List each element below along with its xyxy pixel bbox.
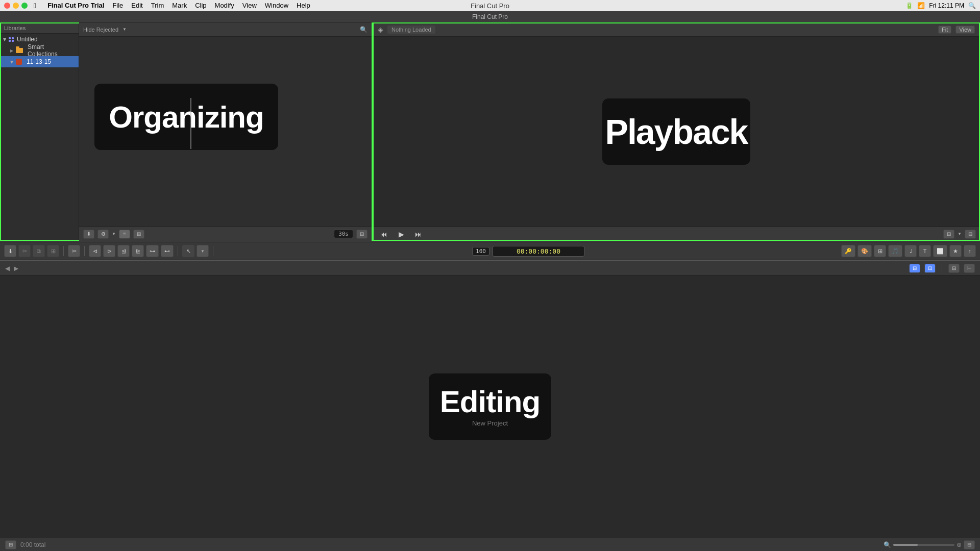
fullscreen-button[interactable] [21,3,28,9]
timeline-sep [942,263,942,273]
view-button[interactable]: View [955,26,975,34]
menu-file[interactable]: File [108,0,127,11]
zoom-out-icon[interactable]: 🔍 [884,541,891,548]
filter-dropdown-icon[interactable]: ▼ [122,27,127,32]
menu-view[interactable]: View [238,0,261,11]
library-header: Libraries [0,22,79,34]
menu-edit[interactable]: Edit [127,0,146,11]
timeline-header: ◀ ▶ ⊟ ⊡ ⊟ ⊢ [0,261,980,276]
zoom-slider[interactable] [893,544,954,546]
filmstrip-view-button[interactable]: ⊞ [133,230,144,239]
tool-dropdown[interactable]: ▼ [197,245,209,257]
total-label: 0:00 total [20,541,45,548]
browser-content: Hide Rejected ▼ 🔍 Organizing ⬇ ⚙ ▼ ≡ [79,22,372,241]
viewer-panel: ◈ Nothing Loaded Fit View Playback ⏮ ▶ ⏭… [373,22,980,241]
timeline-forward-button[interactable]: ▶ [14,265,18,272]
viewer-bottom-bar: ⏮ ▶ ⏭ ⊟ ▼ ⊟ [373,227,980,241]
paste-button[interactable]: ⊞ [47,245,59,257]
menu-app-name[interactable]: Final Cut Pro Trial [43,0,108,11]
settings-icon[interactable]: ⚙ [97,230,109,239]
title-bar: Final Cut Pro [0,11,980,22]
viewer-header: ◈ Nothing Loaded Fit View [373,22,980,37]
generator-button[interactable]: ⬜ [933,245,947,257]
align-extra-button[interactable]: ⊶ [146,245,159,257]
viewer-dropdown-icon[interactable]: ▼ [958,232,962,236]
timeline-expand-button[interactable]: ⊢ [964,264,975,273]
titlebar-label: Final Cut Pro [472,13,508,20]
expand-viewer-button[interactable]: ⊟ [965,230,976,239]
select-tool-button[interactable]: ↖ [182,245,194,257]
align-extra2-button[interactable]: ⊷ [161,245,174,257]
cut-button[interactable]: ✂ [18,245,31,257]
browser-bottom-bar: ⬇ ⚙ ▼ ≡ ⊞ 30s ⊟ [79,227,372,241]
editing-label: Editing [440,387,540,417]
timeline-clip-button[interactable]: ⊟ [5,540,16,549]
spotlight-icon[interactable]: 🔍 [968,2,976,9]
import-button[interactable]: ⬇ [83,230,94,239]
organizing-label: Organizing [109,99,263,135]
playback-label: Playback [605,112,748,152]
zoom-fit-button[interactable]: ⊟ [964,540,975,549]
hide-rejected-label[interactable]: Hide Rejected [83,27,118,33]
menu-help[interactable]: Help [292,0,314,11]
play-button[interactable]: ▶ [394,229,408,239]
blade-tool[interactable]: ✂ [68,245,80,257]
browser-toolbar: Hide Rejected ▼ 🔍 [79,22,372,37]
search-icon[interactable]: 🔍 [360,26,368,33]
battery-icon: 🔋 [905,2,913,9]
music-button[interactable]: ♩ [904,245,917,257]
sidebar-item-smart-collections[interactable]: ▶ Smart Collections [0,45,79,56]
menu-trim[interactable]: Trim [147,0,168,11]
toolbar-strip: ⬇ ✂ ⧉ ⊞ ✂ ⊲ ⊳ ⊴ ⊵ ⊶ ⊷ ↖ ▼ 100 00:00:00:0… [0,242,980,260]
import-button[interactable]: ⬇ [4,245,16,257]
menu-window[interactable]: Window [261,0,292,11]
zoom-controls: 🔍 ⊕ ⊟ [884,540,975,549]
copy-button[interactable]: ⧉ [33,245,45,257]
apple-logo-icon[interactable]:  [34,2,36,10]
timeline-bottom-bar: ⊟ 0:00 total 🔍 ⊕ ⊟ [0,538,980,551]
menu-mark[interactable]: Mark [168,0,191,11]
editing-subtitle: New Project [472,419,508,427]
menu-modify[interactable]: Modify [211,0,238,11]
viewer-settings-button[interactable]: ⊟ [943,230,954,239]
keyword-button[interactable]: 🔑 [841,245,855,257]
minimize-button[interactable] [13,3,19,9]
align-left-button[interactable]: ⊲ [89,245,101,257]
wifi-icon: 📶 [917,2,925,9]
share-button[interactable]: ↑ [964,245,976,257]
text-button[interactable]: T [919,245,931,257]
library-sidebar: Libraries ▶ Untitled ▶ [0,22,79,241]
snap-button-2[interactable]: ⊡ [924,264,936,273]
timecode-display[interactable]: 00:00:00:00 [493,246,584,257]
fit-button[interactable]: Fit [938,26,951,34]
frame-counter[interactable]: 100 [472,247,489,256]
list-view-button[interactable]: ≡ [119,230,130,239]
close-button[interactable] [4,3,10,9]
skip-to-end-button[interactable]: ⏭ [411,229,426,239]
sidebar-item-label-event: 11-13-15 [27,58,51,65]
clip-appearance-button[interactable]: ⊟ [356,230,368,239]
browser-panel: Libraries ▶ Untitled ▶ [0,22,373,241]
timeline-settings-button[interactable]: ⊟ [948,264,960,273]
sidebar-item-label-smart-collections: Smart Collections [28,43,76,58]
toolbar-sep-1 [63,246,64,256]
library-grid-icon [9,37,14,42]
settings-dropdown-icon[interactable]: ▼ [112,232,116,236]
transform-button[interactable]: ⊞ [874,245,886,257]
align-more-button[interactable]: ⊵ [132,245,144,257]
color-button[interactable]: 🎨 [857,245,872,257]
audio-button[interactable]: 🎵 [888,245,902,257]
folder-icon [16,48,23,53]
editing-card: Editing New Project [429,373,551,440]
menu-clip[interactable]: Clip [191,0,210,11]
sidebar-item-event[interactable]: ▶ 11-13-15 [0,56,79,67]
skip-to-start-button[interactable]: ⏮ [377,229,391,239]
window-controls[interactable] [4,3,28,9]
snap-button[interactable]: ⊟ [909,264,920,273]
timeline-back-button[interactable]: ◀ [5,265,10,272]
toolbar-sep-3 [178,246,178,256]
align-right-button[interactable]: ⊴ [117,245,130,257]
effect-button[interactable]: ★ [949,245,962,257]
center-button[interactable]: ⊳ [103,245,115,257]
zoom-in-icon[interactable]: ⊕ [957,541,962,548]
